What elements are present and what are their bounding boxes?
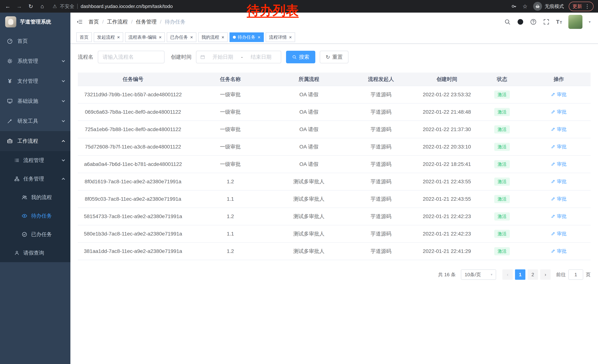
cell-create-time: 2022-01-22 21:48:48 xyxy=(417,103,477,121)
cell-task-name: 一级审批 xyxy=(188,138,273,155)
cell-task-id: 73211d9d-7b9b-11ec-b5b7-acde48001122 xyxy=(78,86,188,103)
approve-link[interactable]: 审批 xyxy=(551,161,566,167)
page-button-2[interactable]: 2 xyxy=(528,269,538,280)
cell-task-id: 580e1b3d-7ac8-11ec-a9e2-a2380e71991a xyxy=(78,225,188,243)
cell-status: 激活 xyxy=(477,208,527,225)
password-key-icon[interactable] xyxy=(511,3,517,9)
tab[interactable]: 流程详情 × xyxy=(266,32,295,42)
cell-create-time: 2022-01-22 21:37:30 xyxy=(417,121,477,138)
sidebar-item-infra[interactable]: 基础设施 xyxy=(0,91,70,111)
cell-process: 测试多审批人 xyxy=(273,225,345,243)
sidebar-item-workflow[interactable]: 工作流程 xyxy=(0,131,70,151)
breadcrumb-task-mgmt[interactable]: 任务管理 xyxy=(136,18,157,25)
avatar[interactable] xyxy=(568,15,582,29)
task-table-body: 73211d9d-7b9b-11ec-b5b7-acde48001122 一级审… xyxy=(78,86,590,260)
sidebar-item-done-task[interactable]: 已办任务 xyxy=(0,225,70,244)
tab-close-icon[interactable]: × xyxy=(222,35,224,40)
goto-page-input[interactable] xyxy=(568,269,583,280)
edit-icon xyxy=(551,92,555,97)
reload-icon[interactable]: ↻ xyxy=(27,3,34,10)
cell-task-name: 1.2 xyxy=(188,173,273,190)
browser-menu-icon[interactable]: ⋮ xyxy=(585,3,590,9)
approve-link[interactable]: 审批 xyxy=(551,91,566,98)
breadcrumb-home[interactable]: 首页 xyxy=(89,18,99,25)
address-bar[interactable]: ⚠ 不安全 dashboard.yudao.iocoder.cn/bpm/tas… xyxy=(53,3,173,10)
sidebar-item-leave-query[interactable]: 请假查询 xyxy=(0,244,70,262)
approve-link[interactable]: 审批 xyxy=(551,109,566,115)
forward-icon[interactable]: → xyxy=(16,3,23,9)
back-icon[interactable]: ← xyxy=(4,3,11,9)
sidebar-item-home[interactable]: 首页 xyxy=(0,31,70,51)
sidebar-item-payment[interactable]: ¥ 支付管理 xyxy=(0,71,70,91)
tab[interactable]: 发起流程 × xyxy=(94,32,123,42)
prev-page-button[interactable]: ‹ xyxy=(502,269,513,280)
breadcrumb-workflow[interactable]: 工作流程 xyxy=(107,18,128,25)
table-row: 069c6a63-7b8a-11ec-8ef0-acde48001122 一级审… xyxy=(78,103,590,121)
table-row: 725a1eb6-7b88-11ec-8ef0-acde48001122 一级审… xyxy=(78,121,590,138)
fullscreen-icon[interactable] xyxy=(543,18,550,25)
date-range-picker[interactable]: 开始日期 - 结束日期 xyxy=(196,51,281,63)
chevron-down-icon xyxy=(62,119,65,122)
chevron-up-icon xyxy=(62,140,65,143)
font-size-icon[interactable]: TT xyxy=(556,19,562,25)
sidebar-item-system[interactable]: 系统管理 xyxy=(0,51,70,71)
col-process: 所属流程 xyxy=(273,73,345,86)
list-icon xyxy=(14,158,20,163)
page-size-select[interactable]: 10条/页 ▾ xyxy=(461,269,496,280)
chevron-down-icon xyxy=(62,79,65,82)
tab-close-icon[interactable]: × xyxy=(258,35,260,40)
status-badge: 激活 xyxy=(494,212,510,220)
search-button[interactable]: 搜索 xyxy=(286,51,315,63)
approve-link[interactable]: 审批 xyxy=(551,231,566,237)
tab[interactable]: 待办任务 × xyxy=(230,32,264,42)
home-icon[interactable]: ⌂ xyxy=(39,3,46,9)
edit-icon xyxy=(551,249,555,253)
approve-link[interactable]: 审批 xyxy=(551,213,566,219)
tab-close-icon[interactable]: × xyxy=(190,35,193,40)
bookmark-star-icon[interactable]: ☆ xyxy=(522,3,528,10)
approve-link[interactable]: 审批 xyxy=(551,126,566,133)
tab-close-icon[interactable]: × xyxy=(117,35,120,40)
refresh-icon: ↻ xyxy=(326,54,330,60)
sidebar-item-my-process[interactable]: 我的流程 xyxy=(0,188,70,207)
monitor-icon xyxy=(7,98,13,104)
tab-close-icon[interactable]: × xyxy=(159,35,162,40)
approve-link[interactable]: 审批 xyxy=(551,144,566,150)
cell-process: OA 请假 xyxy=(273,155,345,173)
chrome-toolbar-right: ☆ 无痕模式 更新 ⋮ xyxy=(511,2,594,11)
github-icon[interactable] xyxy=(517,18,524,25)
tab[interactable]: 流程表单-编辑 × xyxy=(125,32,165,42)
range-separator: - xyxy=(240,54,243,60)
help-icon[interactable] xyxy=(530,18,537,25)
avatar-caret-icon[interactable]: ▾ xyxy=(589,20,590,24)
sidebar-collapse-icon[interactable] xyxy=(76,19,83,25)
approve-link[interactable]: 审批 xyxy=(551,196,566,202)
cell-initiator: 芋道源码 xyxy=(345,225,417,243)
cell-status: 激活 xyxy=(477,225,527,243)
cell-actions: 审批 xyxy=(527,155,590,173)
sidebar-item-todo-task[interactable]: 待办任务 xyxy=(0,207,70,225)
approve-link[interactable]: 审批 xyxy=(551,248,566,254)
cell-process: OA 请假 xyxy=(273,121,345,138)
process-name-input[interactable] xyxy=(98,51,165,63)
sidebar-item-process-mgmt[interactable]: 流程管理 xyxy=(0,151,70,170)
tab[interactable]: 我的流程 × xyxy=(198,32,228,42)
approve-link[interactable]: 审批 xyxy=(551,178,566,185)
tab-close-icon[interactable]: × xyxy=(289,35,292,40)
reset-button[interactable]: ↻ 重置 xyxy=(320,51,349,63)
search-icon[interactable] xyxy=(504,18,511,25)
app-logo[interactable]: 芋道管理系统 xyxy=(0,13,70,31)
next-page-button[interactable]: › xyxy=(540,269,551,280)
tab[interactable]: 已办任务 × xyxy=(167,32,196,42)
cell-create-time: 2022-01-21 22:41:29 xyxy=(417,243,477,260)
edit-icon xyxy=(551,197,555,201)
browser-update-button[interactable]: 更新 ⋮ xyxy=(569,2,594,11)
sidebar-item-task-mgmt[interactable]: 任务管理 xyxy=(0,170,70,188)
cell-task-name: 一级审批 xyxy=(188,121,273,138)
tab[interactable]: 首页 xyxy=(76,32,92,42)
incognito-badge: 无痕模式 xyxy=(533,2,564,11)
table-row: 58154733-7ac8-11ec-a9e2-a2380e71991a 1.2… xyxy=(78,208,590,225)
page-button-1[interactable]: 1 xyxy=(515,269,525,280)
task-table-wrap: 任务编号 任务名称 所属流程 流程发起人 创建时间 状态 操作 73211d9d… xyxy=(78,73,590,260)
sidebar-item-devtools[interactable]: 研发工具 xyxy=(0,111,70,131)
